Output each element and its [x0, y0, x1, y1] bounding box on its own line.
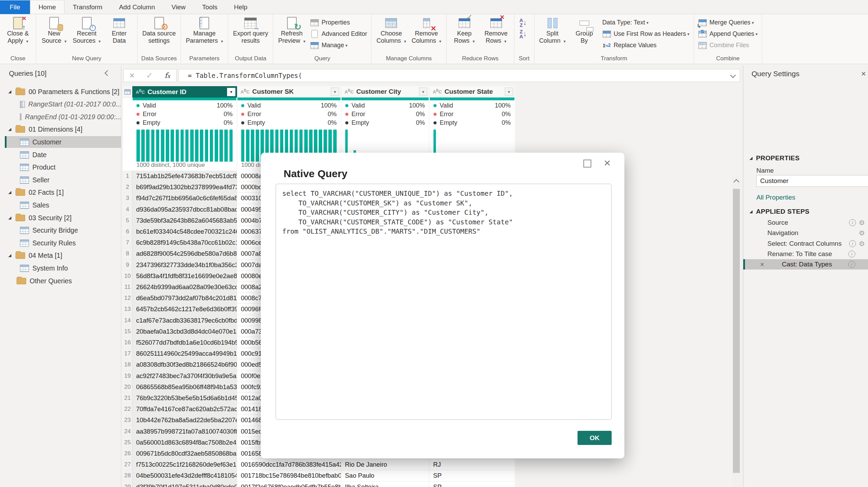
formula-accept-icon[interactable]: ✓: [146, 71, 153, 80]
row-number-cell[interactable]: 8: [123, 248, 132, 259]
row-number-cell[interactable]: 13: [123, 304, 132, 315]
data-type-button[interactable]: Data Type: Text▾: [600, 17, 692, 28]
properties-button[interactable]: Properties: [308, 17, 369, 28]
sidebar-item-seller[interactable]: Seller: [0, 174, 121, 186]
row-number-cell[interactable]: 12: [123, 293, 132, 304]
data-cell[interactable]: d936da095a235937dbcc81ab08bac9...: [132, 204, 237, 215]
grid-corner-cell[interactable]: [123, 86, 132, 98]
enter-data-button[interactable]: EnterData: [103, 15, 135, 44]
data-cell[interactable]: ad6828f90054c2596dbe580a7d6b86...: [132, 248, 237, 259]
tab-transform[interactable]: Transform: [64, 0, 111, 14]
data-cell[interactable]: 76b9c3220b53be5e5b15d6a6b1d45...: [132, 393, 237, 404]
properties-section-header[interactable]: PROPERTIES: [749, 154, 799, 162]
column-header-customer-state[interactable]: ABCCustomer State▾: [429, 86, 515, 98]
data-cell[interactable]: 26624b9399ad6aa028a09e30e63cd...: [132, 282, 237, 293]
close-apply-button[interactable]: ×↑Close &Apply ▾: [2, 15, 34, 45]
maximize-icon[interactable]: [583, 160, 591, 168]
row-number-cell[interactable]: 23: [123, 415, 132, 426]
sidebar-item-rangeend-01-01-2019-00-00[interactable]: RangeEnd (01-01-2019 00:00:...: [0, 111, 121, 123]
row-number-cell[interactable]: 20: [123, 382, 132, 393]
row-number-cell[interactable]: 2: [123, 182, 132, 193]
merge-queries-button[interactable]: ↳Merge Queries▾: [696, 17, 760, 28]
manage-parameters-button[interactable]: □□□ManageParameters ▾: [183, 15, 226, 45]
data-cell[interactable]: 04be500031efe43d2defff8c41810543: [132, 470, 237, 481]
expanded-triangle-icon[interactable]: [8, 90, 11, 93]
sidebar-item-01-dimensions-4[interactable]: 01 Dimensions [4]: [0, 124, 121, 135]
row-number-cell[interactable]: 26: [123, 448, 132, 459]
row-number-cell[interactable]: 21: [123, 393, 132, 404]
expanded-triangle-icon[interactable]: [8, 191, 11, 194]
sidebar-item-03-security-2[interactable]: 03 Security [2]: [0, 212, 121, 224]
all-properties-link[interactable]: All Properties: [756, 194, 795, 201]
close-icon[interactable]: ×: [861, 70, 866, 78]
step-settings-gear-icon[interactable]: ⚙: [859, 230, 865, 236]
remove-columns-button[interactable]: ×RemoveColumns ▾: [409, 15, 444, 45]
data-cell[interactable]: bc61ef033404c548cdee700321c246...: [132, 226, 237, 237]
tab-help[interactable]: Help: [226, 0, 256, 14]
step-info-icon[interactable]: i: [848, 251, 855, 257]
collapse-queries-panel-button[interactable]: [105, 70, 112, 77]
sidebar-item-customer[interactable]: Customer: [5, 136, 121, 148]
data-cell[interactable]: 001718bc15e786984be810befbab07...: [237, 470, 341, 481]
data-cell[interactable]: 0016590dcc1fa7d786b383fe415a426a: [237, 459, 341, 470]
row-number-cell[interactable]: 5: [123, 215, 132, 226]
tab-add-column[interactable]: Add Column: [111, 0, 163, 14]
remove-step-icon[interactable]: ×: [760, 261, 767, 268]
column-header-customer-id[interactable]: ABCCustomer ID▾: [132, 86, 237, 98]
data-cell[interactable]: Ilha Solteira: [341, 481, 429, 487]
row-number-cell[interactable]: 4: [123, 204, 132, 215]
tab-file[interactable]: File: [0, 0, 30, 14]
data-cell[interactable]: 6c9b828f9149c5b438a70cc61b02c1f8: [132, 237, 237, 248]
applied-step-rename-to-tilte-case[interactable]: Rename: To Tilte casei: [743, 249, 868, 259]
data-cell[interactable]: 73de59bf3a2643b862a6045683ab5...: [132, 215, 237, 226]
row-number-cell[interactable]: 10: [123, 271, 132, 282]
expanded-triangle-icon[interactable]: [8, 216, 11, 220]
ok-button[interactable]: OK: [578, 431, 612, 445]
row-number-cell[interactable]: 18: [123, 359, 132, 370]
data-cell[interactable]: 2347396f327733dde34b1f0ba356c3fa: [132, 260, 237, 271]
sidebar-item-sales[interactable]: Sales: [0, 199, 121, 211]
row-number-cell[interactable]: 28: [123, 470, 132, 481]
data-cell[interactable]: 6457b2cb5462c1217e8e6d36b0ff39...: [132, 304, 237, 315]
row-number-cell[interactable]: 3: [123, 193, 132, 204]
first-row-headers-button[interactable]: Use First Row as Headers▾: [600, 28, 692, 40]
manage-button[interactable]: Manage▾: [308, 40, 369, 51]
keep-rows-button[interactable]: ✓KeepRows ▾: [449, 15, 480, 45]
split-column-button[interactable]: SplitColumn ▾: [537, 15, 569, 45]
data-cell[interactable]: c1af67e73acdb33638179ec6cb0fbd3c: [132, 315, 237, 326]
sidebar-item-00-parameters-functions-2[interactable]: 00 Parameters & Functions [2]: [0, 86, 121, 98]
row-number-cell[interactable]: 27: [123, 459, 132, 470]
vertical-scrollbar[interactable]: [732, 176, 741, 487]
refresh-preview-button[interactable]: ↻RefreshPreview ▾: [275, 15, 308, 45]
expanded-triangle-icon[interactable]: [8, 254, 11, 257]
tab-tools[interactable]: Tools: [194, 0, 226, 14]
formula-expand-button[interactable]: [731, 72, 735, 79]
close-icon[interactable]: ×: [604, 157, 611, 169]
applied-steps-section-header[interactable]: APPLIED STEPS: [749, 208, 809, 215]
sidebar-item-system-info[interactable]: System Info: [0, 262, 121, 274]
row-number-cell[interactable]: 9: [123, 260, 132, 271]
filter-dropdown-icon[interactable]: ▾: [227, 88, 235, 96]
formula-cancel-icon[interactable]: ×: [130, 71, 134, 80]
tab-home[interactable]: Home: [30, 0, 65, 14]
row-number-cell[interactable]: 15: [123, 326, 132, 337]
row-number-cell[interactable]: 25: [123, 437, 132, 448]
scrollbar-thumb[interactable]: [733, 189, 740, 473]
formula-bar-input[interactable]: = Table.TransformColumnTypes(: [178, 69, 740, 82]
sidebar-item-rangestart-01-01-2017-00-0[interactable]: RangeStart (01-01-2017 00:0...: [0, 99, 121, 110]
sort-za-button[interactable]: ZA↓: [517, 28, 532, 40]
choose-columns-button[interactable]: ChooseColumns ▾: [374, 15, 409, 45]
filter-dropdown-icon[interactable]: ▾: [505, 88, 513, 96]
native-query-textarea[interactable]: select TO_VARCHAR("CUSTOMER_UNIQUE_ID") …: [276, 184, 612, 420]
data-cell[interactable]: 0017f2e6768f0eaedb05dfb7b55e8b05: [237, 481, 341, 487]
data-cell[interactable]: 7151ab1b25efe473683b7ecb51dcf8...: [132, 171, 237, 182]
data-source-settings-button[interactable]: ⚙Data sourcesettings: [140, 15, 178, 44]
append-queries-button[interactable]: ⇅Append Queries▾: [696, 28, 760, 40]
filter-dropdown-icon[interactable]: ▾: [419, 88, 427, 96]
data-cell[interactable]: 10b442e762ba8a5ad22de5ba2207e...: [132, 415, 237, 426]
filter-dropdown-icon[interactable]: ▾: [331, 88, 339, 96]
sidebar-item-04-meta-1[interactable]: 04 Meta [1]: [0, 250, 121, 262]
sidebar-item-security-rules[interactable]: Security Rules: [0, 237, 121, 249]
step-settings-gear-icon[interactable]: ⚙: [859, 240, 865, 247]
row-number-cell[interactable]: 17: [123, 348, 132, 359]
